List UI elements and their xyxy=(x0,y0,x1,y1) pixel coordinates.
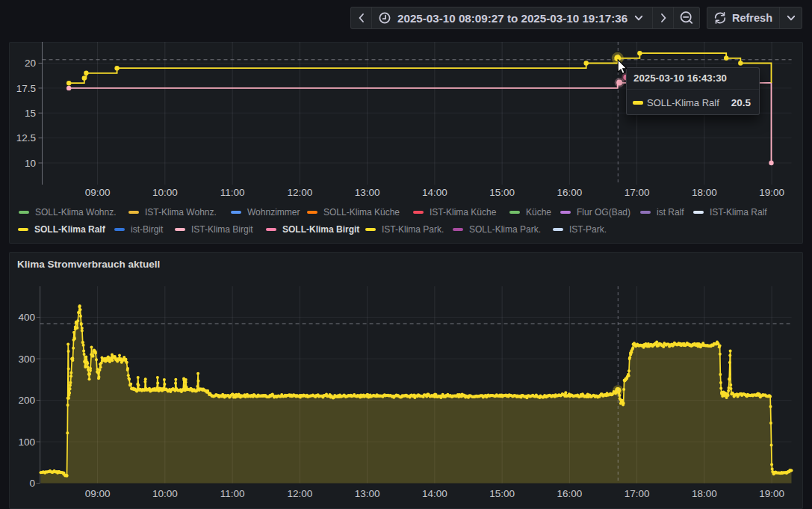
svg-text:15: 15 xyxy=(25,108,36,119)
svg-text:17:00: 17:00 xyxy=(625,488,650,499)
svg-text:09:00: 09:00 xyxy=(85,488,111,499)
svg-text:16:00: 16:00 xyxy=(557,488,583,499)
svg-text:17:00: 17:00 xyxy=(625,187,650,198)
svg-text:19:00: 19:00 xyxy=(759,187,784,198)
svg-text:11:00: 11:00 xyxy=(220,488,245,499)
svg-text:17.5: 17.5 xyxy=(16,83,36,94)
svg-text:15:00: 15:00 xyxy=(489,187,515,198)
svg-text:18:00: 18:00 xyxy=(692,187,717,198)
svg-text:13:00: 13:00 xyxy=(355,187,380,198)
svg-text:11:00: 11:00 xyxy=(220,187,245,198)
svg-text:10: 10 xyxy=(25,158,36,169)
svg-text:20: 20 xyxy=(25,58,36,69)
svg-text:200: 200 xyxy=(18,395,35,406)
svg-text:15:00: 15:00 xyxy=(489,488,515,499)
svg-text:18:00: 18:00 xyxy=(692,488,717,499)
svg-text:0: 0 xyxy=(29,478,35,489)
svg-text:12.5: 12.5 xyxy=(16,132,36,144)
svg-text:100: 100 xyxy=(18,436,35,448)
svg-text:14:00: 14:00 xyxy=(422,488,447,499)
svg-text:14:00: 14:00 xyxy=(422,187,447,198)
svg-text:300: 300 xyxy=(18,354,35,365)
svg-text:10:00: 10:00 xyxy=(152,488,178,499)
svg-text:400: 400 xyxy=(18,312,35,323)
svg-text:13:00: 13:00 xyxy=(355,488,380,499)
svg-text:10:00: 10:00 xyxy=(152,187,178,198)
svg-text:16:00: 16:00 xyxy=(557,187,583,198)
svg-text:12:00: 12:00 xyxy=(288,187,313,198)
svg-text:09:00: 09:00 xyxy=(85,187,111,198)
svg-text:12:00: 12:00 xyxy=(288,488,313,499)
svg-text:19:00: 19:00 xyxy=(759,488,784,499)
